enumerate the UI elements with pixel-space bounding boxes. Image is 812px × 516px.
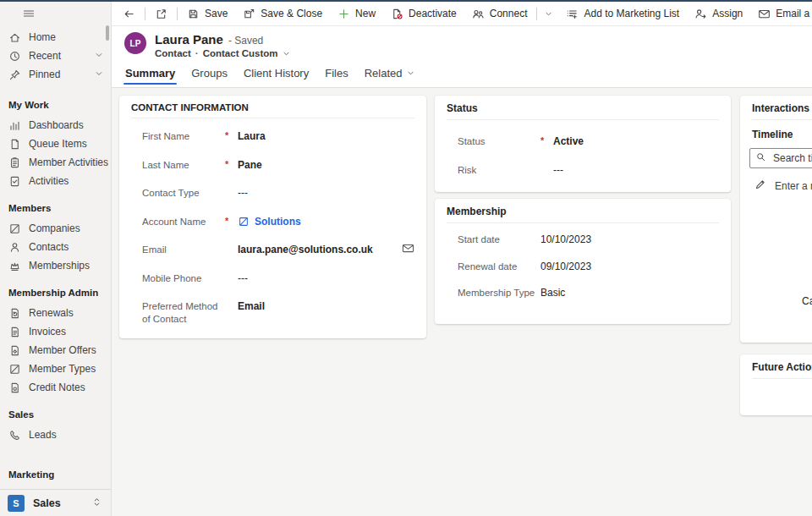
deactivate-button[interactable]: Deactivate: [383, 2, 464, 25]
credit-icon: [8, 382, 21, 394]
pin-icon: [8, 69, 21, 81]
tab-groups[interactable]: Groups: [189, 63, 229, 87]
email-icon: [758, 8, 771, 20]
form-field-row: Membership TypeBasic: [458, 285, 719, 312]
sidebar-item-companies[interactable]: Companies: [0, 219, 111, 238]
required-marker: [225, 242, 238, 244]
sidebar-item-member-types[interactable]: Member Types: [0, 360, 111, 378]
person-icon: [8, 241, 21, 254]
sidebar-item-credit-notes[interactable]: Credit Notes: [0, 378, 111, 397]
entity-label: Contact: [155, 48, 191, 58]
section-title: Future Actions: [752, 354, 812, 379]
sidebar-item-label: Pinned: [29, 69, 60, 80]
field-value[interactable]: Active: [553, 134, 584, 148]
tab-label: Summary: [125, 67, 175, 80]
tab-files[interactable]: Files: [323, 63, 349, 87]
field-value[interactable]: Pane: [238, 157, 262, 172]
tab-related[interactable]: Related: [363, 63, 418, 87]
timeline-search-box[interactable]: [749, 148, 812, 168]
deactivate-label: Deactivate: [409, 8, 457, 19]
sidebar-item-contacts[interactable]: Contacts: [0, 238, 111, 256]
sidebar-item-member-activities[interactable]: Member Activities: [0, 153, 111, 172]
save-and-close-button[interactable]: Save & Close: [235, 2, 330, 25]
field-value[interactable]: ---: [238, 271, 248, 285]
field-value[interactable]: 09/10/2023: [540, 259, 591, 273]
connect-button[interactable]: Connect: [464, 2, 535, 25]
sidebar-item-label: Recent: [29, 50, 61, 62]
tab-client-history[interactable]: Client History: [242, 63, 310, 87]
sidebar-item-recent[interactable]: Recent: [0, 47, 111, 65]
chevron-down-icon-wrap[interactable]: [94, 50, 104, 63]
sidebar-item-label: Member Activities: [29, 156, 108, 168]
chevron-down-icon-wrap[interactable]: [94, 69, 104, 81]
field-label: Start date: [458, 232, 540, 246]
area-switcher[interactable]: S Sales: [0, 489, 111, 516]
popout-icon: [155, 8, 167, 20]
sidebar-item-label: Activities: [29, 175, 69, 187]
field-value[interactable]: ---: [553, 162, 563, 177]
sidebar-item-dashboards[interactable]: Dashboards: [0, 116, 111, 134]
pencil-icon: [754, 178, 766, 190]
sidebar-item-label: Leads: [29, 429, 57, 441]
sidebar-item-queue-items[interactable]: Queue Items: [0, 134, 111, 153]
field-label: First Name: [142, 129, 225, 143]
sidebar-item-label: Companies: [29, 222, 80, 234]
field-value[interactable]: laura.pane@solutions.co.uk: [238, 242, 373, 256]
form-field-row: Contact Type---: [142, 185, 414, 214]
renewal-icon: [8, 307, 21, 320]
assign-label: Assign: [712, 8, 743, 19]
assign-icon: [694, 8, 707, 20]
sidebar-item-member-offers[interactable]: Member Offers: [0, 341, 111, 360]
assign-button[interactable]: Assign: [687, 2, 750, 25]
field-value[interactable]: 10/10/2023: [540, 232, 591, 246]
field-label: Renewal date: [458, 259, 540, 273]
tab-label: Related: [365, 67, 403, 80]
email-a-link-button[interactable]: Email a Link: [750, 2, 812, 25]
popout-button[interactable]: [147, 2, 175, 25]
required-marker: [225, 271, 238, 272]
sidebar-item-activities[interactable]: Activities: [0, 172, 111, 190]
required-marker: [225, 185, 238, 187]
field-value[interactable]: Laura: [238, 129, 266, 143]
new-button[interactable]: New: [330, 2, 383, 25]
form-selector[interactable]: Contact Custom: [203, 48, 292, 58]
search-icon: [755, 151, 766, 166]
sidebar-item-label: Memberships: [29, 260, 90, 272]
timeline-search-input[interactable]: [771, 151, 812, 165]
section-title: CONTACT INFORMATION: [131, 96, 414, 118]
record-subtitle: Contact · Contact Custom: [155, 48, 291, 58]
arrow-left-icon: [123, 8, 135, 20]
sidebar-item-label: Dashboards: [29, 119, 84, 131]
add-to-marketing-list-button[interactable]: Add to Marketing List: [558, 2, 687, 25]
sidebar-item-memberships[interactable]: Memberships: [0, 256, 111, 275]
back-button[interactable]: [115, 2, 143, 25]
enter-note-button[interactable]: Enter a note...: [754, 178, 812, 193]
field-value[interactable]: Email: [238, 299, 265, 313]
area-badge: S: [8, 495, 25, 512]
hamburger-icon: [22, 7, 36, 20]
tab-summary[interactable]: Summary: [123, 63, 177, 87]
menu-toggle-button[interactable]: [0, 2, 111, 25]
save-icon: [187, 8, 200, 20]
field-value[interactable]: ---: [238, 185, 248, 200]
sidebar-item-renewals[interactable]: Renewals: [0, 304, 111, 322]
field-value-link[interactable]: Solutions: [238, 214, 301, 228]
sidebar-item-home[interactable]: Home: [0, 28, 111, 47]
send-email-button[interactable]: [402, 242, 414, 257]
save-button[interactable]: Save: [179, 2, 235, 25]
sidebar-item-invoices[interactable]: Invoices: [0, 322, 111, 341]
form-field-row: Preferred Method of ContactEmail: [142, 299, 414, 327]
membership-card: Membership Start date10/10/2023Renewal d…: [435, 199, 731, 324]
field-label: Preferred Method of Contact: [142, 299, 225, 326]
subtitle-separator: ·: [195, 48, 199, 58]
sidebar-item-leads[interactable]: Leads: [0, 425, 111, 444]
field-label: Contact Type: [142, 185, 225, 200]
field-value[interactable]: Basic: [540, 285, 565, 299]
clock-icon: [8, 50, 21, 63]
invoice-icon: [8, 326, 21, 338]
sidebar-item-pinned[interactable]: Pinned: [0, 65, 111, 84]
sidebar-scrollbar[interactable]: [106, 25, 109, 41]
sidebar-section-title: Marketing: [0, 469, 111, 480]
connect-more-button[interactable]: [539, 2, 558, 25]
sidebar-section-title: Membership Admin: [0, 288, 111, 298]
